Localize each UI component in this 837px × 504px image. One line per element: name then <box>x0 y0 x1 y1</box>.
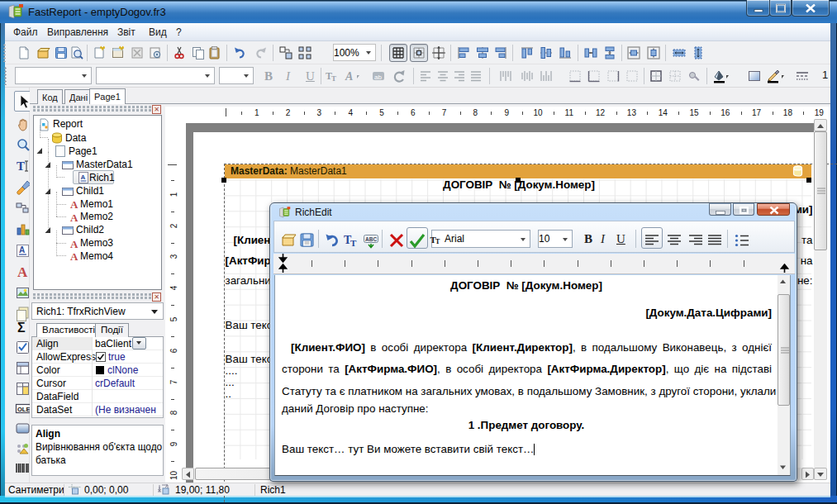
svg-text:A: A <box>70 198 78 211</box>
svg-text:OLE: OLE <box>17 406 30 413</box>
svg-text:A: A <box>345 70 353 83</box>
svg-text:T: T <box>435 238 440 245</box>
svg-text:ab: ab <box>374 74 382 81</box>
svg-text:A: A <box>17 264 28 280</box>
svg-text:A: A <box>81 174 86 181</box>
svg-text:T: T <box>17 159 25 173</box>
svg-text:Σ: Σ <box>17 321 26 335</box>
svg-text:A: A <box>19 245 25 254</box>
svg-text:A: A <box>70 212 78 224</box>
svg-text:A: A <box>70 238 78 250</box>
svg-text:T: T <box>350 238 357 248</box>
svg-text:T: T <box>331 74 336 83</box>
svg-text:ABC: ABC <box>365 236 377 242</box>
svg-text:A: A <box>70 250 78 263</box>
